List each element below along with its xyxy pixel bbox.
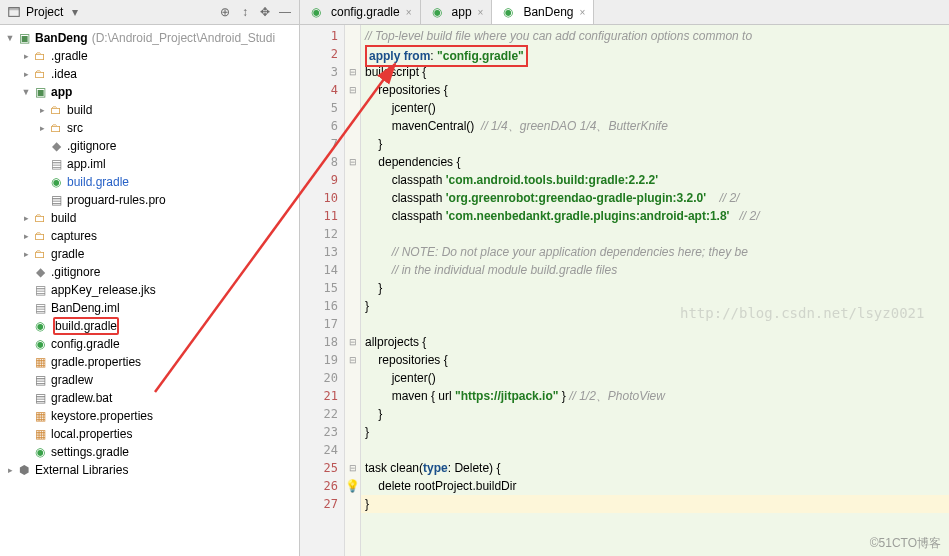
- tree-item-app-iml[interactable]: ▤app.iml: [0, 155, 299, 173]
- tree-item-root-build[interactable]: ▸🗀build: [0, 209, 299, 227]
- tree-item-captures[interactable]: ▸🗀captures: [0, 227, 299, 245]
- tab-bandeng[interactable]: ◉BanDeng×: [492, 0, 594, 24]
- close-icon[interactable]: ×: [478, 7, 484, 18]
- panel-title: Project: [26, 5, 63, 19]
- tree-item-keystore-props[interactable]: ▦keystore.properties: [0, 407, 299, 425]
- tree-item-bandeng-iml[interactable]: ▤BanDeng.iml: [0, 299, 299, 317]
- tree-item-app[interactable]: ▼▣app: [0, 83, 299, 101]
- tree-item-app-gitignore[interactable]: ◆.gitignore: [0, 137, 299, 155]
- svg-rect-1: [9, 8, 20, 11]
- tree-item-gradle-dir[interactable]: ▸🗀.gradle: [0, 47, 299, 65]
- tab-config-gradle[interactable]: ◉config.gradle×: [300, 0, 421, 24]
- close-icon[interactable]: ×: [579, 7, 585, 18]
- code-content[interactable]: // Top-level build file where you can ad…: [361, 25, 949, 556]
- code-area: 1234567891011121314151617181920212223242…: [300, 25, 949, 556]
- project-panel: Project ▾ ⊕ ↕ ✥ — ▼ ▣ BanDeng (D:\Androi…: [0, 0, 300, 556]
- project-tree: ▼ ▣ BanDeng (D:\Android_Project\Android_…: [0, 25, 299, 556]
- close-icon[interactable]: ×: [406, 7, 412, 18]
- root-node[interactable]: ▼ ▣ BanDeng (D:\Android_Project\Android_…: [0, 29, 299, 47]
- tree-item-gradlew-bat[interactable]: ▤gradlew.bat: [0, 389, 299, 407]
- tree-item-app-src[interactable]: ▸🗀src: [0, 119, 299, 137]
- hide-icon[interactable]: —: [277, 4, 293, 20]
- editor-tabs: ◉config.gradle× ◉app× ◉BanDeng×: [300, 0, 949, 25]
- collapse-icon[interactable]: ↕: [237, 4, 253, 20]
- tab-app[interactable]: ◉app×: [421, 0, 493, 24]
- gear-icon[interactable]: ✥: [257, 4, 273, 20]
- tree-item-proguard[interactable]: ▤proguard-rules.pro: [0, 191, 299, 209]
- tree-item-gradle-props[interactable]: ▦gradle.properties: [0, 353, 299, 371]
- panel-header: Project ▾ ⊕ ↕ ✥ —: [0, 0, 299, 25]
- gutter: 1234567891011121314151617181920212223242…: [300, 25, 345, 556]
- target-icon[interactable]: ⊕: [217, 4, 233, 20]
- tree-item-ext-libs[interactable]: ▸⬢External Libraries: [0, 461, 299, 479]
- tree-item-build-gradle[interactable]: ◉build.gradle: [0, 317, 299, 335]
- tree-item-gradlew[interactable]: ▤gradlew: [0, 371, 299, 389]
- editor-panel: ◉config.gradle× ◉app× ◉BanDeng× 12345678…: [300, 0, 949, 556]
- fold-column: ⊟⊟⊟⊟⊟⊟💡: [345, 25, 361, 556]
- tree-item-appkey[interactable]: ▤appKey_release.jks: [0, 281, 299, 299]
- tree-item-settings-gradle[interactable]: ◉settings.gradle: [0, 443, 299, 461]
- tree-item-config-gradle[interactable]: ◉config.gradle: [0, 335, 299, 353]
- project-icon: [6, 4, 22, 20]
- tree-item-app-build[interactable]: ▸🗀build: [0, 101, 299, 119]
- dropdown-icon[interactable]: ▾: [67, 4, 83, 20]
- tree-item-gradle[interactable]: ▸🗀gradle: [0, 245, 299, 263]
- tree-item-local-props[interactable]: ▦local.properties: [0, 425, 299, 443]
- tree-item-app-build-gradle[interactable]: ◉build.gradle: [0, 173, 299, 191]
- tree-item-gitignore[interactable]: ◆.gitignore: [0, 263, 299, 281]
- tree-item-idea-dir[interactable]: ▸🗀.idea: [0, 65, 299, 83]
